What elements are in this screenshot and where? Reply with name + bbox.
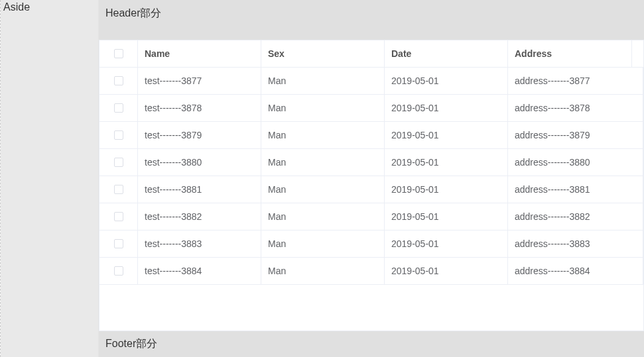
cell-address: address-------3877	[508, 68, 643, 94]
cell-sex: Man	[261, 122, 385, 148]
row-checkbox[interactable]	[114, 185, 123, 194]
table-row[interactable]: test-------3884Man2019-05-01address-----…	[99, 258, 643, 285]
cell-date: 2019-05-01	[385, 68, 508, 94]
cell-sex: Man	[261, 95, 385, 121]
cell-select	[99, 95, 138, 121]
cell-name: test-------3877	[138, 68, 261, 94]
column-header-select	[99, 40, 138, 67]
table-header-row: Name Sex Date Address	[99, 40, 643, 68]
table-row[interactable]: test-------3877Man2019-05-01address-----…	[99, 68, 643, 95]
select-all-checkbox[interactable]	[114, 49, 123, 58]
row-checkbox[interactable]	[114, 212, 123, 221]
cell-address: address-------3878	[508, 95, 643, 121]
cell-date: 2019-05-01	[385, 176, 508, 203]
footer-bar: Footer部分	[99, 331, 644, 357]
cell-select	[99, 258, 138, 284]
cell-sex: Man	[261, 230, 385, 257]
cell-date: 2019-05-01	[385, 230, 508, 257]
table-row[interactable]: test-------3882Man2019-05-01address-----…	[99, 203, 643, 230]
cell-name: test-------3884	[138, 258, 261, 284]
table-row[interactable]: test-------3879Man2019-05-01address-----…	[99, 122, 643, 149]
row-checkbox[interactable]	[114, 158, 123, 167]
cell-name: test-------3881	[138, 176, 261, 203]
cell-sex: Man	[261, 203, 385, 230]
table-row[interactable]: test-------3881Man2019-05-01address-----…	[99, 176, 643, 203]
cell-name: test-------3879	[138, 122, 261, 148]
column-header-date[interactable]: Date	[385, 40, 508, 67]
cell-select	[99, 122, 138, 148]
cell-address: address-------3881	[508, 176, 643, 203]
aside-panel: Aside	[1, 0, 99, 357]
cell-name: test-------3880	[138, 149, 261, 176]
data-table: Name Sex Date Address test-------3877Man…	[99, 40, 644, 331]
table-body[interactable]: test-------3877Man2019-05-01address-----…	[99, 68, 643, 331]
cell-address: address-------3883	[508, 230, 643, 257]
table-row[interactable]: test-------3878Man2019-05-01address-----…	[99, 95, 643, 122]
cell-select	[99, 203, 138, 230]
cell-sex: Man	[261, 68, 385, 94]
cell-name: test-------3883	[138, 230, 261, 257]
header-bar: Header部分	[99, 0, 644, 40]
aside-title: Aside	[1, 0, 98, 15]
cell-sex: Man	[261, 176, 385, 203]
cell-select	[99, 68, 138, 94]
main-panel: Header部分 Name Sex Date Address test-----…	[99, 0, 644, 357]
cell-select	[99, 176, 138, 203]
table-row[interactable]: test-------3880Man2019-05-01address-----…	[99, 149, 643, 176]
row-checkbox[interactable]	[114, 130, 123, 140]
cell-select	[99, 149, 138, 176]
column-header-name[interactable]: Name	[138, 40, 261, 67]
footer-title: Footer部分	[105, 337, 157, 351]
header-title: Header部分	[105, 7, 161, 21]
cell-date: 2019-05-01	[385, 122, 508, 148]
cell-address: address-------3884	[508, 258, 643, 284]
cell-name: test-------3878	[138, 95, 261, 121]
cell-sex: Man	[261, 258, 385, 284]
cell-date: 2019-05-01	[385, 95, 508, 121]
cell-address: address-------3880	[508, 149, 643, 176]
cell-address: address-------3882	[508, 203, 643, 230]
column-header-address[interactable]: Address	[508, 40, 632, 67]
row-checkbox[interactable]	[114, 103, 123, 113]
cell-address: address-------3879	[508, 122, 643, 148]
cell-select	[99, 230, 138, 257]
column-header-sex[interactable]: Sex	[261, 40, 385, 67]
cell-sex: Man	[261, 149, 385, 176]
cell-date: 2019-05-01	[385, 149, 508, 176]
row-checkbox[interactable]	[114, 266, 123, 276]
cell-date: 2019-05-01	[385, 258, 508, 284]
header-scrollbar-gutter	[632, 40, 643, 67]
cell-date: 2019-05-01	[385, 203, 508, 230]
row-checkbox[interactable]	[114, 239, 123, 248]
table-row[interactable]: test-------3883Man2019-05-01address-----…	[99, 230, 643, 258]
row-checkbox[interactable]	[114, 76, 123, 85]
cell-name: test-------3882	[138, 203, 261, 230]
